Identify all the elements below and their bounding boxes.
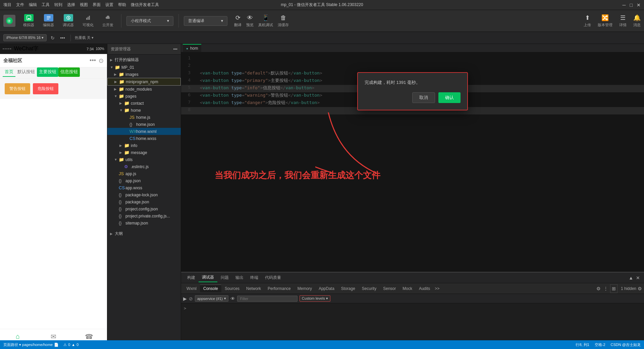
nav-home[interactable]: 首页 (3, 67, 15, 77)
tree-item-eslint[interactable]: ⚙ .eslintrc.js (107, 163, 181, 170)
tree-item-dagang[interactable]: ▶ 大纲 (107, 230, 181, 238)
menu-project[interactable]: 项目 (3, 2, 11, 8)
devtools-collapse-button[interactable]: ▲ (627, 275, 635, 281)
close-button[interactable]: ✕ (637, 2, 641, 8)
settings-icon[interactable]: ⊙ (99, 57, 104, 64)
dialog-ok-button[interactable]: 确认 (438, 92, 461, 103)
chrome-tab-wxml[interactable]: Wxml (183, 285, 200, 292)
tree-item-home-js[interactable]: JS home.js (107, 114, 181, 121)
more-options-icon[interactable]: ••• (90, 57, 96, 64)
chrome-tab-security[interactable]: Security (359, 285, 380, 292)
mode-dropdown[interactable]: 小程序模式 ▾ (126, 16, 173, 26)
devtools-tab-quality[interactable]: 代码质量 (262, 273, 284, 282)
translate-button[interactable]: ⟳ 翻译 (234, 14, 241, 28)
tree-item-node-modules[interactable]: ▶ 📁 node_modules (107, 86, 181, 93)
hotreload-select[interactable]: 热重载 关 ▾ (75, 35, 94, 40)
minimize-button[interactable]: ─ (623, 2, 626, 8)
tree-item-sitemap[interactable]: {} sitemap.json (107, 219, 181, 227)
tree-item-home[interactable]: ▼ 📁 home (107, 107, 181, 114)
menu-file[interactable]: 文件 (16, 2, 24, 8)
menu-view[interactable]: 视图 (80, 2, 88, 8)
console-filter-icon[interactable]: ⊘ (189, 296, 193, 301)
debugger-button[interactable]: 调试器 (60, 13, 76, 29)
maximize-button[interactable]: □ (630, 2, 633, 8)
menu-select[interactable]: 选择 (67, 2, 75, 8)
chrome-tab-performance[interactable]: Performance (264, 285, 294, 292)
chrome-more-icon[interactable]: ⋮ (602, 285, 609, 293)
devtools-tab-issues[interactable]: 问题 (217, 273, 232, 282)
file-tab-home[interactable]: ● hom (183, 44, 201, 52)
tree-item-app-wxss[interactable]: CS app.wxss (107, 184, 181, 191)
devtools-tab-build[interactable]: 构建 (184, 273, 199, 282)
devtools-close-button[interactable]: ✕ (635, 275, 641, 281)
clear-cache-button[interactable]: 🗑 清缓存 (278, 14, 289, 28)
code-editor[interactable]: 1 2 3 <van-button type="default">默认按钮</v… (181, 52, 644, 272)
window-controls[interactable]: ─ □ ✕ (623, 2, 641, 8)
chrome-tab-audits[interactable]: Audits (416, 285, 433, 292)
menu-settings[interactable]: 设置 (105, 2, 113, 8)
devtools-tab-terminal[interactable]: 终端 (247, 273, 262, 282)
menu-devtools[interactable]: 微信开发者工具 (131, 2, 159, 8)
level-dropdown[interactable]: Custom levels ▾ (300, 295, 330, 302)
editor-button[interactable]: 编辑器 (40, 13, 57, 29)
tree-item-message[interactable]: ▶ 📁 message (107, 149, 181, 156)
appservice-dropdown[interactable]: appservice (#1) ▾ (195, 295, 228, 302)
tree-item-project-private[interactable]: {} project.private.config.js... (107, 212, 181, 219)
device-test-button[interactable]: 📱 真机调试 (258, 14, 273, 28)
tree-item-package-json[interactable]: {} package.json (107, 198, 181, 205)
more-icon[interactable]: ••• (59, 35, 66, 41)
open-editors-section[interactable]: ▶ 打开的编辑器 (107, 56, 181, 64)
tree-item-contact[interactable]: ▶ 📁 contact (107, 100, 181, 107)
chrome-tab-mock[interactable]: Mock (399, 285, 416, 292)
devtools-tab-debugger[interactable]: 调试器 (199, 273, 217, 282)
menu-interface[interactable]: 界面 (93, 2, 101, 8)
chrome-undock-icon[interactable]: ⊞ (610, 284, 618, 293)
simulator-button[interactable]: 模拟器 (20, 13, 37, 29)
menu-goto[interactable]: 转到 (54, 2, 62, 8)
visualize-button[interactable]: 可视化 (80, 13, 96, 29)
tree-item-utils[interactable]: ▼ 📁 utils (107, 156, 181, 163)
compile-dropdown[interactable]: 普通编译 ▾ (184, 16, 227, 26)
status-path[interactable]: 页面路径 ▾ pages/home/home 📄 (3, 342, 59, 347)
root-folder[interactable]: ▼ 📁 MP_01 (107, 64, 181, 71)
tree-item-miniprogram-npm[interactable]: ▶ 📁 miniprogram_npm (107, 78, 181, 86)
build-dialog-overlay[interactable]: 完成构建，耗时 1391 毫秒。 取消 确认 (181, 52, 644, 272)
tree-item-app-js[interactable]: JS app.js (107, 170, 181, 177)
tree-more-icon[interactable]: ••• (173, 47, 177, 52)
tree-item-home-json[interactable]: {} home.json (107, 121, 181, 128)
danger-button[interactable]: 危险按钮 (33, 83, 58, 94)
menu-tools[interactable]: 工具 (42, 2, 50, 8)
chrome-tab-sources[interactable]: Sources (221, 285, 243, 292)
preview-button[interactable]: 👁 预览 (246, 14, 254, 28)
chrome-settings2-icon[interactable]: ⚙ (638, 286, 642, 291)
dialog-cancel-button[interactable]: 取消 (412, 92, 435, 103)
menu-edit[interactable]: 编辑 (29, 2, 37, 8)
chrome-settings-icon[interactable]: ⚙ (595, 285, 602, 293)
nav-primary-btn[interactable]: 主要按钮 (37, 67, 58, 77)
refresh-icon[interactable]: ↻ (49, 35, 56, 41)
chrome-tab-network[interactable]: Network (243, 285, 264, 292)
upload-button[interactable]: ⬆ 上传 (584, 14, 591, 28)
nav-default-btn[interactable]: 默认按钮 (15, 67, 37, 77)
chrome-more-tabs[interactable]: >> (433, 285, 441, 292)
chrome-tab-sensor[interactable]: Sensor (380, 285, 399, 292)
version-button[interactable]: 🔀 版本管理 (598, 14, 612, 28)
tree-item-images[interactable]: ▶ 📁 images (107, 71, 181, 78)
tree-item-home-wxss[interactable]: CS home.wxss (107, 135, 181, 142)
tree-item-info[interactable]: ▶ 📁 info (107, 142, 181, 149)
console-prompt-row[interactable]: > (184, 306, 641, 311)
devtools-tab-output[interactable]: 输出 (232, 273, 247, 282)
console-filter-input[interactable] (237, 296, 298, 302)
chrome-tab-appdata[interactable]: AppData (315, 285, 338, 292)
message-button[interactable]: 🔔 消息 (633, 14, 641, 28)
console-eye-icon[interactable]: 👁 (230, 296, 235, 301)
device-select[interactable]: iPhone 6/7/8 85% 16 ▾ (3, 34, 47, 41)
tree-item-home-wxml[interactable]: WX home.wxml (107, 128, 181, 135)
details-button[interactable]: ☰ 详情 (619, 14, 627, 28)
chrome-tab-console[interactable]: Console (200, 285, 221, 292)
chrome-tab-storage[interactable]: Storage (338, 285, 359, 292)
menu-help[interactable]: 帮助 (118, 2, 126, 8)
tree-item-project-config[interactable]: {} project.config.json (107, 205, 181, 212)
console-execute-icon[interactable]: ▶ (183, 296, 187, 301)
chrome-tab-memory[interactable]: Memory (294, 285, 315, 292)
